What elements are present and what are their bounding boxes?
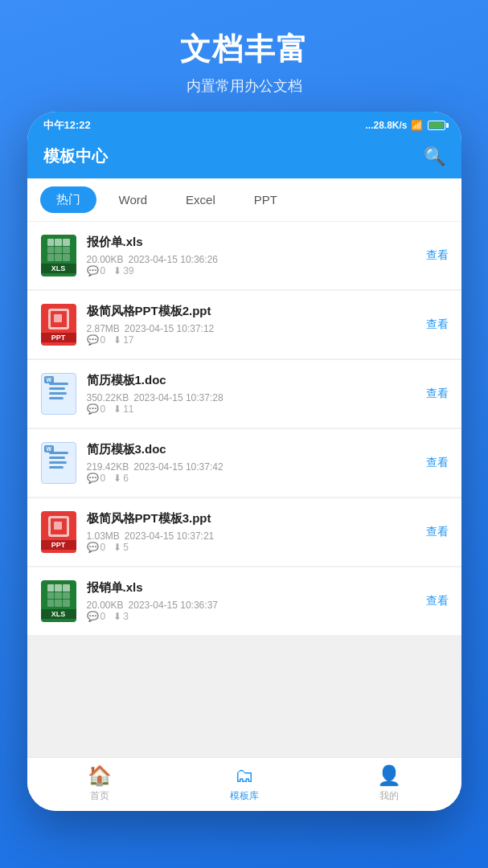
- bottom-nav: 🏠 首页 🗂 模板库 👤 我的: [27, 757, 461, 811]
- file-right: 查看: [426, 387, 449, 401]
- download-stat: ⬇ 17: [113, 334, 133, 346]
- list-item: W 简历模板1.doc 350.22KB 2023-04-15 10:37:28: [27, 360, 461, 428]
- list-item: 极简风格PPT模板3.ppt 1.03MB 2023-04-15 10:37:2…: [27, 498, 461, 566]
- comment-stat: 💬 0: [87, 473, 106, 484]
- file-date: 2023-04-15 10:37:12: [125, 323, 214, 334]
- file-meta: 1.03MB 2023-04-15 10:37:21: [87, 530, 416, 542]
- file-icon-doc: W: [40, 371, 77, 416]
- page-subtitle: 内置常用办公文档: [16, 76, 472, 96]
- file-right: 查看: [426, 525, 449, 539]
- file-meta: 20.00KB 2023-04-15 10:36:26: [87, 254, 416, 265]
- file-right: 查看: [426, 248, 449, 263]
- file-stats: 💬 0 ⬇ 3: [87, 611, 416, 622]
- view-button[interactable]: 查看: [426, 248, 449, 263]
- nav-profile-label: 我的: [379, 789, 399, 803]
- file-size: 2.87MB: [87, 323, 120, 334]
- tab-ppt[interactable]: PPT: [238, 187, 293, 212]
- view-button[interactable]: 查看: [426, 317, 449, 332]
- file-date: 2023-04-15 10:37:28: [133, 392, 223, 403]
- list-item: 极简风格PPT模板2.ppt 2.87MB 2023-04-15 10:37:1…: [27, 291, 461, 358]
- file-size: 20.00KB: [87, 600, 124, 611]
- phone-frame: 中午12:22 ...28.8K/s 📶 模板中心 🔍 热门 Word Exce…: [27, 112, 461, 811]
- file-name: 简历模板1.doc: [87, 373, 416, 388]
- file-name: 报价单.xls: [87, 235, 416, 250]
- nav-template-label: 模板库: [230, 789, 259, 803]
- tab-word[interactable]: Word: [103, 187, 164, 212]
- download-stat: ⬇ 11: [113, 403, 133, 415]
- tab-hot[interactable]: 热门: [40, 186, 96, 213]
- wifi-icon: 📶: [411, 120, 423, 131]
- view-button[interactable]: 查看: [426, 456, 449, 470]
- view-button[interactable]: 查看: [426, 387, 449, 401]
- network-speed: ...28.8K/s: [365, 120, 407, 131]
- app-title: 模板中心: [43, 145, 108, 167]
- battery-icon: [428, 121, 445, 130]
- nav-profile[interactable]: 👤 我的: [317, 764, 461, 803]
- header-section: 文档丰富 内置常用办公文档: [0, 0, 488, 112]
- template-icon: 🗂: [235, 764, 254, 787]
- home-icon: 🏠: [88, 764, 112, 787]
- file-right: 查看: [426, 456, 449, 470]
- nav-home[interactable]: 🏠 首页: [27, 764, 172, 803]
- file-stats: 💬 0 ⬇ 6: [87, 473, 416, 484]
- file-name: 极简风格PPT模板2.ppt: [87, 304, 416, 319]
- comment-stat: 💬 0: [87, 265, 106, 276]
- comment-stat: 💬 0: [87, 611, 106, 622]
- file-info: 报销单.xls 20.00KB 2023-04-15 10:36:37 💬 0 …: [87, 580, 416, 622]
- tab-excel[interactable]: Excel: [170, 187, 232, 212]
- file-meta: 350.22KB 2023-04-15 10:37:28: [87, 392, 416, 403]
- file-size: 1.03MB: [87, 530, 120, 542]
- file-right: 查看: [426, 594, 449, 608]
- file-size: 350.22KB: [87, 392, 129, 403]
- file-stats: 💬 0 ⬇ 39: [87, 265, 416, 276]
- download-stat: ⬇ 3: [113, 611, 129, 622]
- profile-icon: 👤: [377, 764, 401, 787]
- file-size: 219.42KB: [87, 461, 129, 473]
- status-time: 中午12:22: [43, 118, 91, 133]
- file-size: 20.00KB: [87, 254, 124, 265]
- nav-template[interactable]: 🗂 模板库: [172, 764, 317, 803]
- download-stat: ⬇ 6: [113, 473, 129, 484]
- page-title: 文档丰富: [16, 29, 472, 70]
- view-button[interactable]: 查看: [426, 594, 449, 608]
- file-name: 极简风格PPT模板3.ppt: [87, 511, 416, 526]
- comment-stat: 💬 0: [87, 403, 106, 415]
- file-info: 简历模板3.doc 219.42KB 2023-04-15 10:37:42 💬…: [87, 442, 416, 484]
- list-item: 报销单.xls 20.00KB 2023-04-15 10:36:37 💬 0 …: [27, 567, 461, 635]
- file-icon-ppt: [40, 510, 77, 555]
- comment-stat: 💬 0: [87, 334, 106, 346]
- file-date: 2023-04-15 10:36:37: [129, 600, 218, 611]
- file-icon-xls: [40, 233, 77, 278]
- comment-stat: 💬 0: [87, 542, 106, 553]
- file-name: 报销单.xls: [87, 580, 416, 596]
- file-right: 查看: [426, 317, 449, 332]
- list-item: 报价单.xls 20.00KB 2023-04-15 10:36:26 💬 0 …: [27, 222, 461, 289]
- file-icon-xls: [40, 579, 77, 624]
- status-bar: 中午12:22 ...28.8K/s 📶: [27, 112, 461, 137]
- file-date: 2023-04-15 10:37:42: [133, 461, 223, 473]
- file-info: 报价单.xls 20.00KB 2023-04-15 10:36:26 💬 0 …: [87, 235, 416, 276]
- file-meta: 20.00KB 2023-04-15 10:36:37: [87, 600, 416, 611]
- file-stats: 💬 0 ⬇ 17: [87, 334, 416, 346]
- file-date: 2023-04-15 10:36:26: [129, 254, 218, 265]
- file-icon-doc: W: [40, 440, 77, 485]
- file-info: 简历模板1.doc 350.22KB 2023-04-15 10:37:28 💬…: [87, 373, 416, 415]
- file-stats: 💬 0 ⬇ 11: [87, 403, 416, 415]
- file-meta: 219.42KB 2023-04-15 10:37:42: [87, 461, 416, 473]
- file-name: 简历模板3.doc: [87, 442, 416, 457]
- download-stat: ⬇ 5: [113, 542, 129, 553]
- file-info: 极简风格PPT模板3.ppt 1.03MB 2023-04-15 10:37:2…: [87, 511, 416, 553]
- file-stats: 💬 0 ⬇ 5: [87, 542, 416, 553]
- file-icon-ppt: [40, 302, 77, 347]
- file-meta: 2.87MB 2023-04-15 10:37:12: [87, 323, 416, 334]
- file-info: 极简风格PPT模板2.ppt 2.87MB 2023-04-15 10:37:1…: [87, 304, 416, 346]
- file-list: 报价单.xls 20.00KB 2023-04-15 10:36:26 💬 0 …: [27, 222, 461, 757]
- nav-home-label: 首页: [90, 789, 109, 803]
- view-button[interactable]: 查看: [426, 525, 449, 539]
- list-item: W 简历模板3.doc 219.42KB 2023-04-15 10:37:42: [27, 429, 461, 497]
- status-right: ...28.8K/s 📶: [365, 120, 445, 131]
- tab-bar: 热门 Word Excel PPT: [27, 178, 461, 222]
- download-stat: ⬇ 39: [113, 265, 133, 276]
- search-icon[interactable]: 🔍: [424, 146, 445, 167]
- app-header: 模板中心 🔍: [27, 137, 461, 178]
